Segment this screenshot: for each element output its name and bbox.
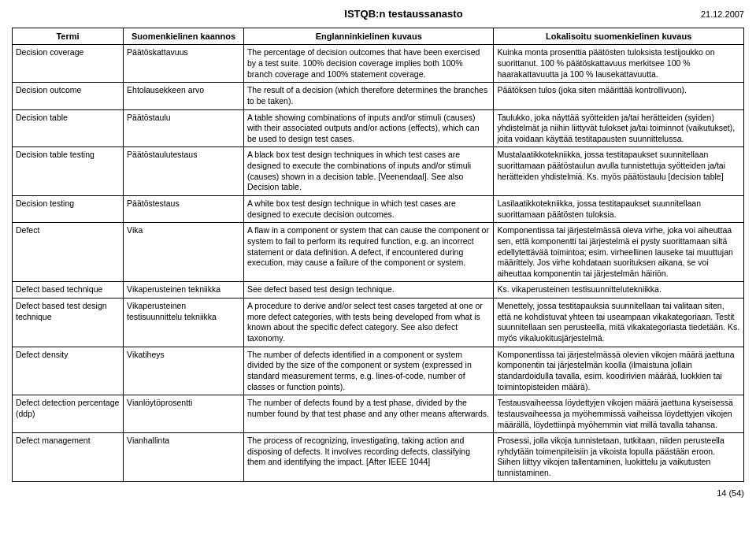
cell-lokalisoitu: Taulukko, joka näyttää syötteiden ja/tai… <box>494 109 744 147</box>
cell-lokalisoitu: Mustalaatikkotekniikka, jossa testitapau… <box>494 147 744 196</box>
cell-english: A white box test design technique in whi… <box>243 195 494 222</box>
col-header-lokalisoitu: Lokalisoitu suomenkielinen kuvaus <box>494 28 744 45</box>
table-row: Decision coveragePäätöskattavuusThe perc… <box>13 45 744 83</box>
cell-suomi: Päätöstaulu <box>124 109 244 147</box>
col-header-suomi: Suomenkielinen kaannos <box>124 28 244 45</box>
page-date: 21.12.2007 <box>701 9 744 19</box>
cell-english: The percentage of decision outcomes that… <box>243 45 494 83</box>
cell-suomi: Ehtolausekkeen arvo <box>124 83 244 109</box>
col-header-termi: Termi <box>13 28 124 45</box>
cell-lokalisoitu: Komponentissa tai järjestelmässä olevien… <box>494 347 744 395</box>
page-footer: 14 (54) <box>12 488 744 498</box>
cell-lokalisoitu: Komponentissa tai järjestelmässä oleva v… <box>494 223 744 282</box>
table-row: Decision tablePäätöstauluA table showing… <box>13 109 744 147</box>
cell-termi: Defect <box>13 223 124 282</box>
cell-suomi: Vianhallinta <box>124 433 244 482</box>
cell-termi: Defect density <box>13 347 124 395</box>
cell-lokalisoitu: Testausvaiheessa löydettyjen vikojen mää… <box>494 395 744 433</box>
cell-suomi: Vikatiheys <box>124 347 244 395</box>
cell-termi: Decision table <box>13 109 124 147</box>
table-row: Defect densityVikatiheysThe number of de… <box>13 347 744 395</box>
cell-termi: Defect based test design technique <box>13 299 124 347</box>
cell-termi: Defect management <box>13 433 124 482</box>
cell-english: The result of a decision (which therefor… <box>243 83 494 109</box>
cell-termi: Defect detection percentage (ddp) <box>13 395 124 433</box>
cell-english: The number of defects found by a test ph… <box>243 395 494 433</box>
cell-termi: Defect based technique <box>13 282 124 299</box>
cell-lokalisoitu: Menettely, jossa testitapauksia suunnite… <box>494 299 744 347</box>
cell-termi: Decision coverage <box>13 45 124 83</box>
cell-termi: Decision testing <box>13 195 124 222</box>
col-header-english: Englanninkielinen kuvaus <box>243 28 494 45</box>
cell-suomi: Päätöstestaus <box>124 195 244 222</box>
cell-suomi: Vianlöytöprosentti <box>124 395 244 433</box>
table-row: Decision table testingPäätöstaulutestaus… <box>13 147 744 196</box>
table-row: Defect based techniqueVikaperusteinen te… <box>13 282 744 299</box>
cell-suomi: Päätöstaulutestaus <box>124 147 244 196</box>
cell-english: See defect based test design technique. <box>243 282 494 299</box>
cell-english: A table showing combinations of inputs a… <box>243 109 494 147</box>
page: ISTQB:n testaussanasto 21.12.2007 Termi … <box>0 0 756 534</box>
cell-english: The number of defects identified in a co… <box>243 347 494 395</box>
cell-suomi: Päätöskattavuus <box>124 45 244 83</box>
table-header-row: Termi Suomenkielinen kaannos Englanninki… <box>13 28 744 45</box>
cell-lokalisoitu: Prosessi, jolla vikoja tunnistetaan, tut… <box>494 433 744 482</box>
cell-english: A procedure to derive and/or select test… <box>243 299 494 347</box>
cell-english: A flaw in a component or system that can… <box>243 223 494 282</box>
table-row: DefectVikaA flaw in a component or syste… <box>13 223 744 282</box>
cell-suomi: Vikaperusteinen testisuunnittelu tekniik… <box>124 299 244 347</box>
cell-lokalisoitu: Kuinka monta prosenttia päätösten tuloks… <box>494 45 744 83</box>
table-row: Decision outcomeEhtolausekkeen arvoThe r… <box>13 83 744 109</box>
cell-lokalisoitu: Ks. vikaperusteinen testisuunnittelutekn… <box>494 282 744 299</box>
table-row: Defect detection percentage (ddp)Vianlöy… <box>13 395 744 433</box>
table-row: Defect based test design techniqueVikape… <box>13 299 744 347</box>
table-row: Defect managementVianhallintaThe process… <box>13 433 744 482</box>
page-title: ISTQB:n testaussanasto <box>106 8 701 20</box>
cell-termi: Decision table testing <box>13 147 124 196</box>
cell-english: A black box test design techniques in wh… <box>243 147 494 196</box>
page-number: 14 (54) <box>717 488 744 498</box>
cell-suomi: Vikaperusteinen tekniikka <box>124 282 244 299</box>
table-row: Decision testingPäätöstestausA white box… <box>13 195 744 222</box>
cell-lokalisoitu: Lasilaatikkotekniikka, jossa testitapauk… <box>494 195 744 222</box>
page-header: ISTQB:n testaussanasto 21.12.2007 <box>12 8 744 20</box>
cell-suomi: Vika <box>124 223 244 282</box>
cell-english: The process of recognizing, investigatin… <box>243 433 494 482</box>
glossary-table: Termi Suomenkielinen kaannos Englanninki… <box>12 28 744 482</box>
cell-termi: Decision outcome <box>13 83 124 109</box>
cell-lokalisoitu: Päätöksen tulos (joka siten määrittää ko… <box>494 83 744 109</box>
